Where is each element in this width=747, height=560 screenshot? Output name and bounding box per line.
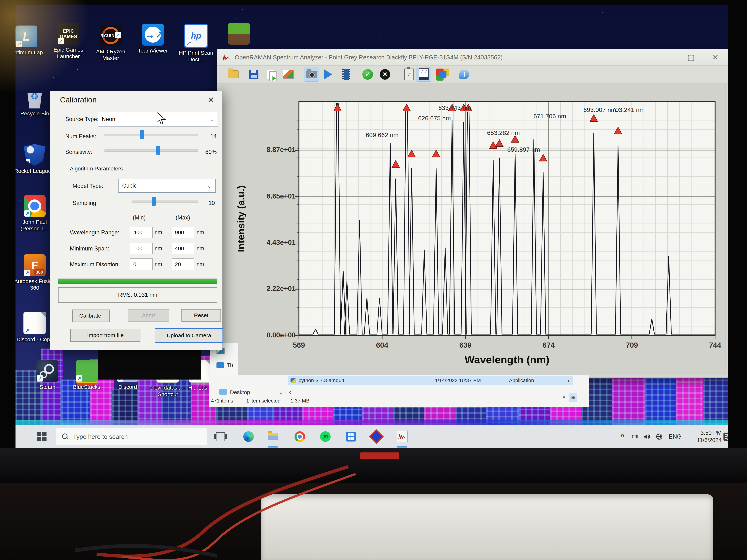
- desktop-icon-teamviewer[interactable]: ↔↗ TeamViewer: [132, 24, 174, 54]
- wavelength-max-input[interactable]: 900: [172, 226, 195, 238]
- shortcut-arrow-icon: ↗: [58, 38, 64, 44]
- camera-icon[interactable]: [304, 67, 318, 81]
- notification-center-icon[interactable]: 2: [722, 425, 728, 448]
- desktop-nav-icon[interactable]: [220, 389, 227, 395]
- network-globe-icon[interactable]: [654, 425, 664, 448]
- running-indicator: [268, 447, 278, 448]
- details-view-button[interactable]: ≡: [560, 393, 568, 402]
- app-waveform-icon: [223, 53, 231, 61]
- desktop-icon-hp-print-scan-doct[interactable]: hp↗ HP Print Scan Doct...: [175, 24, 217, 63]
- desktop-nav-label[interactable]: Desktop: [230, 389, 250, 395]
- calibrate-button[interactable]: Calibrate!: [72, 310, 110, 322]
- sampling-value: 10: [202, 200, 215, 206]
- thumbnail-view-button[interactable]: ▦: [569, 393, 577, 402]
- desktop-icon-label: Epic Games Launcher: [47, 47, 89, 60]
- maximize-button[interactable]: ▢: [687, 54, 695, 61]
- taskbar-task-view-icon[interactable]: [215, 431, 226, 443]
- peak-label: 659.897 nm: [507, 146, 540, 153]
- unit-label: nm: [155, 229, 162, 235]
- peak-marker-icon: [495, 140, 503, 146]
- accept-icon[interactable]: ✓: [361, 67, 375, 81]
- openraman-window: OpenRAMAN Spectrum Analyzer - Point Grey…: [217, 49, 728, 378]
- start-button[interactable]: [37, 432, 47, 441]
- taskbar-openraman-icon[interactable]: [396, 431, 408, 443]
- span-max-input[interactable]: 400: [172, 243, 195, 254]
- desktop-icon-epic-games-launcher[interactable]: EPICGAMES↗ Epic Games Launcher: [47, 23, 89, 60]
- hidden-icons-chevron[interactable]: ^: [617, 425, 627, 448]
- open-file-icon[interactable]: [226, 67, 240, 81]
- desktop-icon-steam[interactable]: ↗ Steam: [26, 360, 69, 390]
- taskbar-chrome-icon[interactable]: [294, 431, 306, 443]
- monitor-screen: L↗ Optimum Lap EPICGAMES↗ Epic Games Lau…: [16, 5, 728, 448]
- spectrum-plot[interactable]: 609.662 nm626.675 nm633.443 nm653.282 nm…: [299, 102, 715, 336]
- model-type-select[interactable]: Cubic ⌄: [118, 179, 215, 193]
- selected-file-row[interactable]: python-3.7.3-amd64 11/14/2022 10:37 PM A…: [288, 376, 573, 385]
- shortcut-arrow-icon: ↗: [37, 375, 43, 381]
- peak-marker-icon: [408, 150, 415, 157]
- desktop-icon-amd-ryzen-master[interactable]: RYZEN↗ AMD Ryzen Master: [90, 25, 132, 61]
- taskbar-microsoft-store-icon[interactable]: [345, 431, 357, 443]
- minecraft-icon: [228, 23, 250, 45]
- peak-marker-icon: [432, 150, 440, 157]
- camera-tray-icon[interactable]: [630, 425, 640, 448]
- titlebar[interactable]: OpenRAMAN Spectrum Analyzer - Point Grey…: [217, 49, 728, 65]
- video-record-icon[interactable]: [339, 67, 353, 81]
- y-tick-label: 4.43e+01: [262, 239, 295, 246]
- bezel-sticker: [360, 452, 400, 459]
- save-icon[interactable]: [247, 67, 261, 81]
- spectrum-trace: [299, 104, 715, 334]
- disortion-max-input[interactable]: 20: [172, 259, 195, 270]
- collapse-icon[interactable]: ⌄: [279, 389, 283, 395]
- x-tick-label: 569: [284, 341, 313, 349]
- x-tick-label: 639: [451, 341, 480, 349]
- volume-icon[interactable]: [642, 425, 652, 448]
- calibration-checklist-icon[interactable]: ✓✓: [417, 67, 431, 81]
- taskbar-spotify-icon[interactable]: ≋: [319, 431, 331, 443]
- dialog-close-icon[interactable]: ✕: [208, 95, 214, 104]
- import-from-file-button[interactable]: Import from file: [70, 329, 140, 342]
- steam-icon: ↗: [36, 360, 58, 382]
- num-peaks-slider[interactable]: [104, 130, 199, 139]
- desktop-icon-optimum-lap[interactable]: L↗ Optimum Lap: [16, 26, 47, 56]
- peak-marker-icon: [590, 114, 598, 122]
- desktop-icon-minecraft[interactable]: [218, 23, 260, 45]
- y-tick-label: 0.00e+00: [262, 331, 295, 339]
- epic-icon: EPICGAMES↗: [57, 23, 79, 45]
- sampling-slider[interactable]: [132, 197, 199, 206]
- span-min-input[interactable]: 100: [130, 243, 153, 254]
- taskbar-file-explorer-icon[interactable]: [267, 431, 279, 443]
- palette-icon[interactable]: [436, 67, 450, 81]
- back-icon[interactable]: ‹: [289, 389, 291, 396]
- export-image-icon[interactable]: [281, 67, 295, 81]
- mouse-cursor: [156, 112, 167, 126]
- wallpaper-building: [703, 374, 728, 425]
- expand-chevron[interactable]: ›: [567, 377, 570, 384]
- minimize-button[interactable]: –: [666, 54, 670, 61]
- disortion-min-input[interactable]: 0: [130, 259, 153, 270]
- language-indicator[interactable]: ENG: [667, 425, 684, 448]
- shortcut-arrow-icon: ↗: [24, 210, 30, 217]
- redacted-region: [98, 350, 201, 379]
- reset-button[interactable]: Reset: [181, 309, 221, 322]
- sensitivity-slider[interactable]: [104, 146, 199, 155]
- peak-marker-icon: [614, 127, 622, 134]
- abort-button[interactable]: Abort: [128, 309, 169, 322]
- model-type-value: Cubic: [122, 183, 136, 189]
- search-box[interactable]: Type here to search: [56, 428, 207, 445]
- close-button[interactable]: ✕: [712, 54, 719, 61]
- import-settings-icon[interactable]: ✓: [402, 67, 416, 81]
- upload-to-camera-button[interactable]: Upload to Camera: [155, 328, 223, 343]
- rms-result-box: RMS: 0.031 nm: [58, 287, 217, 302]
- monitor-photo: L↗ Optimum Lap EPICGAMES↗ Epic Games Lau…: [0, 0, 747, 560]
- clock[interactable]: 3:50 PM11/6/2024: [685, 425, 722, 448]
- play-icon[interactable]: [321, 67, 335, 81]
- maximum-disortion-label: Maximum Disortion:: [70, 261, 120, 268]
- cancel-icon[interactable]: ✕: [378, 67, 392, 81]
- this-pc-icon[interactable]: [216, 363, 224, 368]
- peak-marker-icon: [403, 104, 411, 111]
- copy-icon[interactable]: [265, 67, 279, 81]
- taskbar-edge-icon[interactable]: [243, 431, 254, 443]
- info-icon[interactable]: i: [457, 67, 471, 81]
- wavelength-min-input[interactable]: 400: [130, 226, 153, 238]
- taskbar-game-icon[interactable]: [370, 431, 382, 443]
